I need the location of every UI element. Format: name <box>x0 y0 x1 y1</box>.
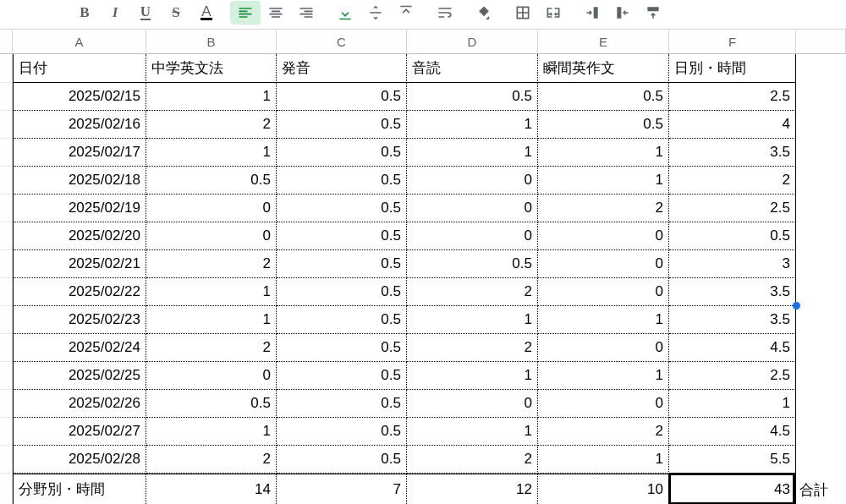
row-header[interactable] <box>0 167 13 194</box>
cell-e[interactable]: 2 <box>538 194 669 222</box>
header-pronunciation[interactable]: 発音 <box>277 54 407 83</box>
cell-f[interactable]: 5.5 <box>669 446 796 474</box>
cell-b[interactable]: 1 <box>146 278 277 306</box>
cell-b[interactable]: 0.5 <box>146 167 277 194</box>
cell-f[interactable]: 2 <box>669 167 796 194</box>
row-header[interactable] <box>0 334 13 362</box>
cell-d[interactable]: 2 <box>407 446 538 474</box>
col-header-F[interactable]: F <box>669 30 796 53</box>
cell-e[interactable]: 1 <box>538 306 669 334</box>
cell-c[interactable]: 0.5 <box>277 250 407 278</box>
cell-b[interactable]: 2 <box>146 446 277 474</box>
underline-button[interactable]: U <box>130 1 161 25</box>
cell-d[interactable]: 0 <box>407 194 538 222</box>
text-color-button[interactable]: A <box>191 1 222 25</box>
strike-button[interactable]: S <box>161 1 191 25</box>
cell-f[interactable]: 4.5 <box>669 418 796 446</box>
header-composition[interactable]: 瞬間英作文 <box>538 54 669 83</box>
cell-f[interactable]: 4 <box>669 111 796 139</box>
cell-date[interactable]: 2025/02/27 <box>13 418 146 446</box>
align-left-button[interactable] <box>230 1 261 25</box>
valign-top-button[interactable] <box>391 1 421 25</box>
row-header[interactable] <box>0 222 13 250</box>
cell-date[interactable]: 2025/02/17 <box>13 139 146 167</box>
cell-b[interactable]: 1 <box>146 83 277 111</box>
cell-c[interactable]: 0.5 <box>277 111 407 139</box>
grand-total-label[interactable]: 合計 <box>799 480 828 500</box>
cell-c[interactable]: 0.5 <box>277 362 407 390</box>
cell-b[interactable]: 1 <box>146 139 277 167</box>
totals-c[interactable]: 7 <box>277 474 407 504</box>
cell-f[interactable]: 3.5 <box>669 306 796 334</box>
cell-date[interactable]: 2025/02/21 <box>13 250 146 278</box>
insert-row-button[interactable] <box>638 1 668 25</box>
col-header-E[interactable]: E <box>538 30 669 53</box>
cell-b[interactable]: 1 <box>146 306 277 334</box>
cell-e[interactable]: 1 <box>538 167 669 194</box>
cell-c[interactable]: 0.5 <box>277 306 407 334</box>
cell-c[interactable]: 0.5 <box>277 334 407 362</box>
align-center-button[interactable] <box>261 1 291 25</box>
header-date[interactable]: 日付 <box>13 54 146 83</box>
cell-d[interactable]: 1 <box>407 362 538 390</box>
cell-d[interactable]: 1 <box>407 418 538 446</box>
fill-color-button[interactable] <box>469 1 499 25</box>
cell-e[interactable]: 1 <box>538 362 669 390</box>
cell-f[interactable]: 0.5 <box>669 222 796 250</box>
cell-d[interactable]: 0 <box>407 222 538 250</box>
cell-f[interactable]: 3.5 <box>669 139 796 167</box>
row-header[interactable] <box>0 83 13 111</box>
header-reading[interactable]: 音読 <box>407 54 538 83</box>
cell-d[interactable]: 1 <box>407 306 538 334</box>
cell-b[interactable]: 0 <box>146 222 277 250</box>
cell-b[interactable]: 0.5 <box>146 390 277 418</box>
row-header[interactable] <box>0 446 13 474</box>
cell-date[interactable]: 2025/02/22 <box>13 278 146 306</box>
cell-date[interactable]: 2025/02/16 <box>13 111 146 139</box>
cell-c[interactable]: 0.5 <box>277 83 407 111</box>
cell-b[interactable]: 1 <box>146 418 277 446</box>
col-header-C[interactable]: C <box>277 30 407 53</box>
cell-date[interactable]: 2025/02/28 <box>13 446 146 474</box>
cell-d[interactable]: 0.5 <box>407 83 538 111</box>
insert-col-left-button[interactable] <box>577 1 607 25</box>
cell-d[interactable]: 2 <box>407 278 538 306</box>
col-header-G[interactable] <box>796 30 846 53</box>
row-header[interactable] <box>0 418 13 446</box>
cell-b[interactable]: 2 <box>146 111 277 139</box>
cell-date[interactable]: 2025/02/18 <box>13 167 146 194</box>
row-header[interactable] <box>0 362 13 390</box>
cell-date[interactable]: 2025/02/15 <box>13 83 146 111</box>
cell-b[interactable]: 0 <box>146 362 277 390</box>
col-header-A[interactable]: A <box>13 30 146 53</box>
italic-button[interactable]: I <box>100 1 130 25</box>
cell-b[interactable]: 0 <box>146 194 277 222</box>
cell-date[interactable]: 2025/02/20 <box>13 222 146 250</box>
cell-e[interactable]: 1 <box>538 139 669 167</box>
cell-c[interactable]: 0.5 <box>277 194 407 222</box>
totals-d[interactable]: 12 <box>407 474 538 504</box>
cell-f[interactable]: 3.5 <box>669 278 796 306</box>
cell-e[interactable]: 0 <box>538 390 669 418</box>
cell-date[interactable]: 2025/02/23 <box>13 306 146 334</box>
cell-date[interactable]: 2025/02/24 <box>13 334 146 362</box>
borders-button[interactable] <box>508 1 538 25</box>
cell-b[interactable]: 2 <box>146 250 277 278</box>
totals-e[interactable]: 10 <box>538 474 669 504</box>
cell-f[interactable]: 1 <box>669 390 796 418</box>
align-right-button[interactable] <box>291 1 321 25</box>
cell-f[interactable]: 2.5 <box>669 194 796 222</box>
row-header[interactable] <box>0 194 13 222</box>
row-header[interactable] <box>0 278 13 306</box>
cell-e[interactable]: 1 <box>538 446 669 474</box>
cell-d[interactable]: 0.5 <box>407 250 538 278</box>
cell-d[interactable]: 1 <box>407 111 538 139</box>
cell-f[interactable]: 2.5 <box>669 362 796 390</box>
cell-date[interactable]: 2025/02/19 <box>13 194 146 222</box>
cell-c[interactable]: 0.5 <box>277 139 407 167</box>
cell-date[interactable]: 2025/02/25 <box>13 362 146 390</box>
cell-e[interactable]: 2 <box>538 418 669 446</box>
col-header-B[interactable]: B <box>146 30 277 53</box>
col-header-D[interactable]: D <box>407 30 538 53</box>
row-header[interactable] <box>0 54 13 83</box>
